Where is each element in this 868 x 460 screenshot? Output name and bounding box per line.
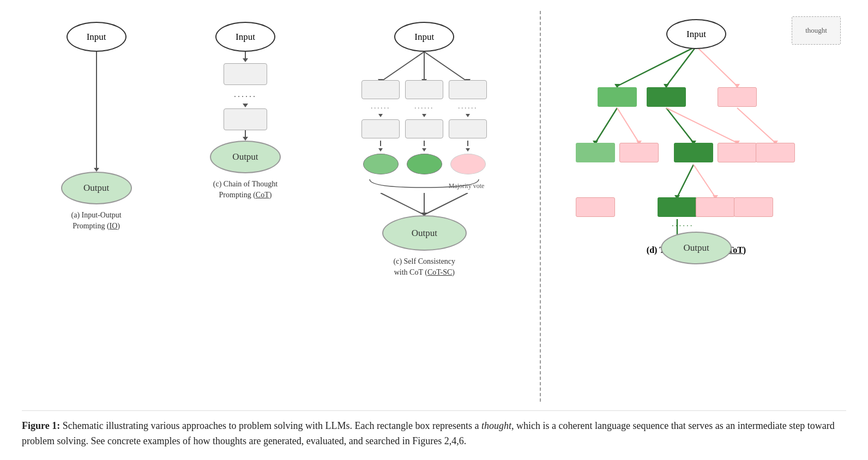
tot-output-ellipse: Output [661,232,732,264]
tot-r2-n3 [674,143,713,162]
svg-line-16 [595,108,617,143]
sc-branch2: ...... [405,80,443,174]
svg-line-26 [677,165,694,197]
tot-r3-n4 [734,197,773,217]
sc-branch1: ...... [361,80,400,174]
diagrams-left: Input Output (a) Input-OutputPrompting (… [22,11,541,402]
tot-r3-n3 [696,197,735,217]
io-caption: (a) Input-OutputPrompting (IO) [71,210,122,231]
tot-r2-n4 [718,143,757,162]
sc-b3-t1 [449,80,487,99]
cot-input-label: Input [236,32,255,43]
cot-thought2 [224,108,267,130]
io-connector [94,52,99,172]
io-output-node: Output [61,172,132,204]
sc-input-label: Input [414,32,434,43]
svg-line-24 [737,108,775,143]
tot-r1-n3 [718,87,757,107]
tot-output-label: Output [683,243,709,253]
cot-output-label: Output [232,152,258,162]
io-input-node: Input [67,22,126,52]
tot-dots: ...... [672,219,694,228]
svg-line-8 [424,193,468,215]
tot-r1-n2 [647,87,686,107]
svg-line-10 [617,46,696,86]
io-input-label: Input [87,32,106,43]
tot-r2-n1 [576,143,615,162]
sc-fanin-svg [359,193,490,217]
sc-input-node: Input [394,22,454,52]
sc-b2-dots: ...... [414,102,434,111]
cot-thought1 [224,63,267,85]
tot-output-node: Output [661,232,732,264]
diagram-io: Input Output (a) Input-OutputPrompting (… [56,16,137,402]
svg-line-11 [666,46,696,86]
cot-arrow2 [243,104,248,107]
cot-abbr: CoT [256,191,269,199]
sc-caption: (c) Self Consistencywith CoT (CoT-SC) [394,256,456,277]
tot-tree: Input [557,16,835,251]
sc-output-node: Output [382,215,467,251]
sc-fan-svg [359,52,490,84]
diagram-tot-area: thought [541,11,846,402]
sc-b1-t1 [361,80,400,99]
tot-input-ellipse: Input [666,19,726,49]
sc-branches: ...... ...... [361,80,487,174]
sc-abbr: CoT-SC [427,268,452,276]
sc-b1-vote [363,154,399,174]
sc-b3-dots: ...... [458,102,478,111]
diagram-sc: Input ...... [353,16,495,402]
sc-b1-t2 [361,119,400,138]
cot-arrow1 [243,58,248,62]
io-output-label: Output [83,183,109,193]
sc-b1-dots: ...... [371,102,390,111]
sc-output-label: Output [412,228,437,239]
cot-line1 [245,52,246,58]
svg-line-6 [381,193,424,215]
svg-line-21 [666,108,737,143]
cot-dots: ...... [234,89,257,99]
svg-line-0 [381,52,424,82]
sc-b2-t2 [405,119,443,138]
io-abbr: IO [110,222,118,230]
figure-italic-word: thought [481,420,511,431]
figure-label: Figure 1: [22,420,60,431]
sc-b3-t2 [449,119,487,138]
sc-b3-vote [450,154,486,174]
figure-text1: Schematic illustrating various approache… [60,420,481,431]
diagram-cot: Input ...... Output (c) Chain of Thought… [204,16,286,402]
svg-line-12 [696,46,737,86]
sc-majority-area: Majority vote [364,177,484,195]
tot-r2-n5 [756,143,795,162]
cot-input-node: Input [215,22,275,52]
sc-b2-vote [407,154,442,174]
tot-input-label: Input [686,29,706,40]
tot-r3-n1 [576,197,615,217]
figure-area: Input Output (a) Input-OutputPrompting (… [22,11,846,411]
tot-r2-n2 [619,143,659,162]
svg-line-2 [424,52,468,82]
cot-output-node: Output [210,141,281,173]
cot-arrow3 [243,137,248,141]
svg-line-20 [666,108,694,143]
tot-input-node: Input [666,19,726,49]
sc-b2-t1 [405,80,443,99]
tot-r3-n2 [658,197,697,217]
tot-r1-n1 [598,87,637,107]
sc-majority-label: Majority vote [449,182,485,190]
cot-line2 [245,130,246,137]
figure-caption: Figure 1: Schematic illustrating various… [22,411,840,449]
cot-caption: (c) Chain of ThoughtPrompting (CoT) [213,179,278,200]
sc-branch3: ...... [449,80,487,174]
svg-line-17 [617,108,639,143]
svg-line-27 [694,165,715,197]
